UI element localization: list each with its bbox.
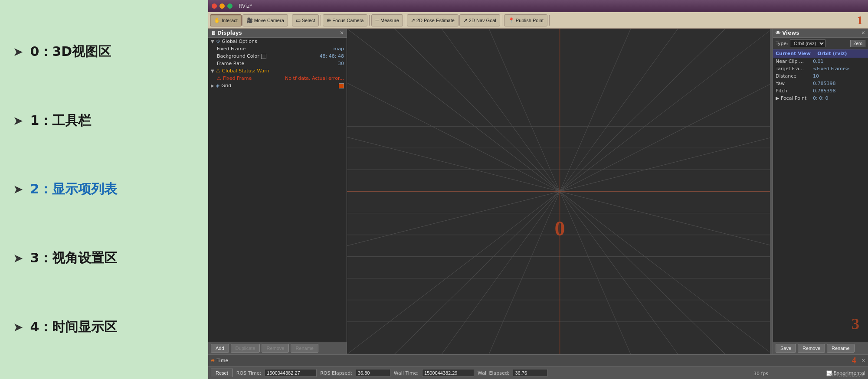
focal-point-label: ▶ Focal Point: [776, 95, 810, 101]
select-label: Select: [302, 18, 315, 23]
tree-fixed-frame-error[interactable]: ⚠ Fixed Frame No tf data. Actual error..…: [208, 75, 347, 82]
move-camera-label: Move Camera: [254, 18, 284, 23]
frame-rate-value: 30: [338, 61, 344, 66]
target-frame-label: Target Fra…: [776, 66, 810, 72]
bg-color-swatch: [261, 54, 266, 59]
add-button[interactable]: Add: [211, 344, 229, 353]
focus-camera-label: Focus Camera: [332, 18, 364, 23]
views-near-clip[interactable]: Near Clip … 0.01: [773, 58, 868, 65]
wall-elapsed-input[interactable]: [513, 369, 547, 377]
arrow-4: ➤: [13, 320, 23, 334]
publish-point-label: Publish Point: [516, 18, 544, 23]
arrow-0: ➤: [13, 45, 23, 59]
expand-global-status[interactable]: ▼: [211, 69, 214, 73]
fps-label: 30 fps: [753, 371, 768, 376]
rename-button[interactable]: Rename: [291, 344, 318, 353]
3d-view[interactable]: 0: [347, 29, 773, 354]
tree-global-status[interactable]: ▼ ⚠ Global Status: Warn: [208, 67, 347, 75]
views-type-row: Type: Orbit (rviz) Zero: [773, 38, 868, 49]
views-pitch[interactable]: Pitch 0.785398: [773, 87, 868, 95]
time-close-button[interactable]: ✕: [861, 358, 865, 363]
bg-color-value: 48; 48; 48: [320, 53, 344, 59]
views-remove-button[interactable]: Remove: [798, 344, 825, 353]
remove-button[interactable]: Remove: [262, 344, 289, 353]
close-dot[interactable]: [212, 3, 217, 9]
tree-frame-rate[interactable]: Frame Rate 30: [208, 60, 347, 67]
grid-checkbox[interactable]: [339, 83, 344, 88]
ros-elapsed-input[interactable]: [356, 369, 390, 377]
views-rename-button[interactable]: Rename: [827, 344, 855, 353]
publish-point-icon: 📍: [508, 17, 514, 23]
expand-global-options[interactable]: ▼: [211, 39, 214, 44]
time-collapse-icon[interactable]: ⊖: [211, 358, 215, 363]
2d-pose-button[interactable]: ↗ 2D Pose Estimate: [407, 14, 459, 26]
measure-icon: ═: [375, 17, 379, 23]
target-frame-value: <Fixed Frame>: [813, 66, 850, 72]
global-options-icon: ⚙: [216, 39, 220, 44]
toolbar-sep-6: [549, 15, 550, 26]
displays-buttons: Add Duplicate Remove Rename: [208, 342, 347, 354]
focal-point-value: 0; 0; 0: [813, 95, 828, 101]
move-camera-button[interactable]: 🎥 Move Camera: [242, 14, 288, 26]
current-view-label: Current View: [776, 51, 811, 56]
expand-grid[interactable]: ▶: [211, 83, 214, 88]
duplicate-button[interactable]: Duplicate: [231, 344, 260, 353]
measure-label: Measure: [380, 18, 399, 23]
distance-value: 10: [813, 73, 819, 79]
annotation-item-2: ➤ 2：显示项列表: [13, 176, 195, 203]
interact-button[interactable]: ✋ Interact: [210, 14, 242, 26]
measure-button[interactable]: ═ Measure: [371, 14, 403, 26]
views-title: Views: [782, 30, 799, 36]
publish-point-button[interactable]: 📍 Publish Point: [504, 14, 547, 26]
title-bar: RViz*: [208, 0, 868, 12]
ros-time-input[interactable]: [265, 369, 317, 377]
tree-fixed-frame[interactable]: Fixed Frame map: [208, 45, 347, 52]
yaw-value: 0.785398: [813, 81, 836, 86]
views-icon: 👁: [776, 30, 780, 36]
tree-grid[interactable]: ▶ ◈ Grid: [208, 82, 347, 89]
focus-camera-icon: ⊕: [327, 17, 331, 23]
annotation-label-4: 4：时间显示区: [30, 318, 117, 336]
warn-icon: ⚠: [216, 68, 220, 74]
current-view-type: Orbit (rviz): [817, 51, 847, 56]
bg-color-label: Background Color: [217, 53, 259, 59]
focus-camera-button[interactable]: ⊕ Focus Camera: [323, 14, 367, 26]
minimize-dot[interactable]: [219, 3, 225, 9]
interact-label: Interact: [222, 18, 238, 23]
views-current-view-header: Current View Orbit (rviz): [773, 49, 868, 58]
displays-close-button[interactable]: ✕: [340, 30, 344, 36]
tree-bg-color[interactable]: Background Color 48; 48; 48: [208, 52, 347, 60]
views-yaw[interactable]: Yaw 0.785398: [773, 80, 868, 87]
tree-global-options[interactable]: ▼ ⚙ Global Options: [208, 38, 347, 45]
views-type-select[interactable]: Orbit (rviz): [790, 39, 825, 47]
reset-button[interactable]: Reset: [211, 369, 233, 377]
toolbar-sep-1: [290, 15, 290, 26]
wall-time-input[interactable]: [422, 369, 474, 377]
rviz-window: RViz* ✋ Interact 🎥 Move Camera ▭ Select …: [208, 0, 868, 379]
resize-handle[interactable]: [770, 29, 773, 354]
select-button[interactable]: ▭ Select: [292, 14, 319, 26]
fixed-frame-label: Fixed Frame: [217, 46, 246, 52]
global-options-label: Global Options: [222, 39, 257, 44]
interact-icon: ✋: [214, 17, 220, 23]
views-distance[interactable]: Distance 10: [773, 72, 868, 80]
annotation-item-1: ➤ 1：工具栏: [13, 108, 195, 134]
annotation-label-3: 3：视角设置区: [30, 249, 117, 267]
displays-tree: ▼ ⚙ Global Options Fixed Frame map Backg…: [208, 38, 347, 342]
time-content: Reset ROS Time: ROS Elapsed: Wall Time: …: [208, 367, 868, 379]
watermark: CSDN@某高校大学: [826, 372, 865, 378]
frame-rate-label: Frame Rate: [217, 61, 244, 66]
grid-icon: ◈: [216, 83, 219, 88]
maximize-dot[interactable]: [227, 3, 233, 9]
views-target-frame[interactable]: Target Fra… <Fixed Frame>: [773, 65, 868, 72]
toolbar: ✋ Interact 🎥 Move Camera ▭ Select ⊕ Focu…: [208, 12, 868, 29]
2d-nav-button[interactable]: ↗ 2D Nav Goal: [459, 14, 500, 26]
arrow-2: ➤: [13, 182, 23, 196]
toolbar-sep-3: [369, 15, 370, 26]
views-zero-button[interactable]: Zero: [850, 40, 865, 47]
views-focal-point[interactable]: ▶ Focal Point 0; 0; 0: [773, 95, 868, 102]
near-clip-value: 0.01: [813, 59, 824, 64]
views-save-button[interactable]: Save: [776, 344, 796, 353]
toolbar-region-num: 1: [857, 13, 863, 27]
views-close-button[interactable]: ✕: [861, 30, 865, 36]
